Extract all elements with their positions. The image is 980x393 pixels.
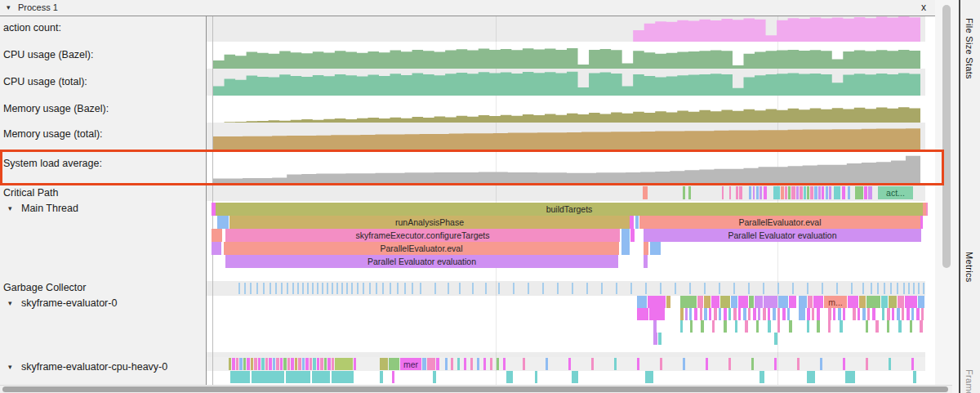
trace-tick[interactable] [287,283,288,294]
trace-tick[interactable] [797,358,800,370]
trace-tick[interactable] [689,283,691,294]
trace-tick[interactable] [812,308,814,320]
trace-tick[interactable] [305,358,309,370]
trace-tick[interactable] [902,308,904,320]
trace-tick[interactable] [397,283,399,294]
row-label-skyframe-evaluator-cpu-heavy-0[interactable]: skyframe-evaluator-cpu-heavy-0 [21,361,167,373]
trace-tick[interactable] [916,308,920,320]
trace-tick[interactable] [244,283,246,294]
trace-tick[interactable] [457,358,460,370]
trace-tick[interactable] [719,283,720,294]
trace-tick[interactable] [836,283,838,294]
trace-tick[interactable] [320,358,323,370]
trace-tick[interactable] [313,358,316,370]
trace-slice[interactable]: buildTargets [216,203,923,216]
trace-tick[interactable] [506,371,513,383]
trace-tick[interactable] [653,320,657,333]
trace-tick[interactable] [768,308,770,320]
trace-tick[interactable] [586,283,588,294]
trace-tick[interactable] [813,296,823,308]
trace-tick[interactable] [789,296,796,308]
trace-tick[interactable] [792,283,794,294]
trace-tick[interactable] [753,186,755,199]
trace-tick[interactable] [376,283,377,294]
trace-tick[interactable] [704,283,706,294]
trace-tick[interactable] [683,186,685,199]
trace-tick[interactable] [258,358,261,370]
main-thread-track[interactable]: buildTargets [207,203,925,216]
trace-tick[interactable] [621,229,630,242]
trace-tick[interactable] [911,308,914,320]
trace-tick[interactable] [572,283,573,294]
trace-tick[interactable] [263,283,265,294]
action-count-chart[interactable] [213,16,920,42]
trace-tick[interactable] [212,242,221,255]
trace-tick[interactable] [826,186,828,199]
trace-tick[interactable] [897,283,898,294]
trace-tick[interactable] [630,283,632,294]
trace-tick[interactable] [614,358,617,370]
trace-tick[interactable] [749,296,754,308]
trace-tick[interactable] [913,371,916,383]
trace-tick[interactable] [427,358,435,370]
trace-tick[interactable] [822,283,823,294]
trace-tick[interactable] [808,296,813,308]
trace-tick[interactable] [887,320,889,333]
trace-tick[interactable] [781,186,784,199]
trace-tick[interactable] [650,242,661,255]
trace-tick[interactable] [232,358,235,370]
trace-tick[interactable] [649,308,665,320]
trace-tick[interactable] [833,308,835,320]
trace-tick[interactable] [422,358,426,370]
trace-tick[interactable] [286,371,310,383]
trace-tick[interactable] [247,358,250,370]
trace-slice[interactable]: Parallel Evaluator evaluation [644,229,921,242]
trace-tick[interactable] [760,186,762,199]
trace-tick[interactable] [877,283,879,294]
trace-tick[interactable] [903,283,905,294]
trace-tick[interactable] [346,283,348,294]
trace-tick[interactable] [357,283,359,294]
system-load-average-chart[interactable] [213,150,920,185]
trace-tick[interactable] [908,283,910,294]
trace-tick[interactable] [295,358,297,370]
trace-tick[interactable] [648,296,666,308]
trace-tick[interactable] [851,283,853,294]
trace-slice[interactable]: act... [878,186,913,199]
trace-tick[interactable] [470,358,473,370]
trace-tick[interactable] [332,371,354,383]
trace-tick[interactable] [751,358,754,370]
trace-tick[interactable] [270,283,271,294]
trace-tick[interactable] [738,308,741,320]
trace-tick[interactable] [704,308,707,320]
trace-tick[interactable] [760,371,764,383]
trace-tick[interactable] [251,358,253,370]
trace-tick[interactable] [782,308,786,320]
trace-tick[interactable] [436,358,439,370]
skyframe-evaluator-0-track[interactable] [207,308,925,320]
trace-tick[interactable] [557,283,559,294]
trace-tick[interactable] [791,186,795,199]
trace-tick[interactable] [777,308,780,320]
trace-tick[interactable] [890,283,892,294]
trace-tick[interactable] [312,371,330,383]
trace-tick[interactable] [685,308,688,320]
trace-tick[interactable] [778,296,788,308]
trace-tick[interactable] [789,320,792,333]
trace-tick[interactable] [542,283,544,294]
trace-tick[interactable] [788,186,791,199]
trace-tick[interactable] [701,320,704,333]
skyframe-evaluator-0-track[interactable] [207,333,925,345]
trace-tick[interactable] [745,320,748,333]
trace-tick[interactable] [720,296,730,308]
trace-tick[interactable] [269,358,272,370]
trace-tick[interactable] [867,308,870,320]
trace-tick[interactable] [818,186,821,199]
trace-tick[interactable] [497,358,499,370]
trace-tick[interactable] [645,283,647,294]
trace-tick[interactable] [842,186,845,199]
trace-tick[interactable] [275,283,277,294]
trace-tick[interactable] [785,186,787,199]
trace-tick[interactable] [768,320,771,333]
trace-tick[interactable] [694,308,697,320]
